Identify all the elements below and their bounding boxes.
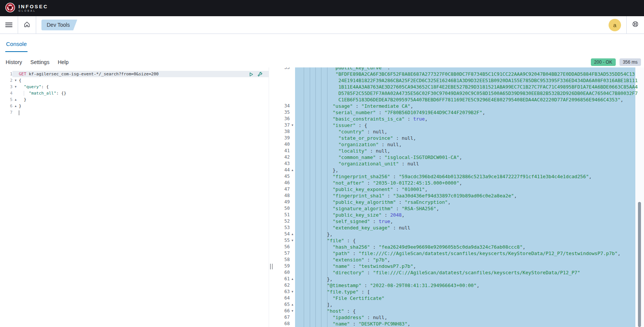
fold-toggle-icon[interactable]: ▾	[290, 237, 295, 244]
fold-gutter	[290, 321, 295, 327]
code-line: 46 "not_after" : "2035-10-01T22:45:15.00…	[274, 180, 635, 186]
fold-gutter	[290, 186, 295, 193]
fold-gutter	[290, 128, 295, 135]
code-line: 33 "public_key_curve" :	[274, 67, 635, 71]
response-scrollbar[interactable]	[638, 202, 641, 327]
code-text: D5785F2C55DE7F7A0A02A4735E56C02F30C97049…	[295, 90, 635, 96]
code-line: 51 "public_key_size" : 2048,	[274, 212, 635, 218]
fold-gutter	[12, 109, 19, 116]
fold-toggle-icon[interactable]: ▴	[12, 103, 19, 109]
resize-handle-icon[interactable]	[270, 264, 272, 269]
code-line: 36 "basic_constraints_is_ca" : true,	[274, 116, 635, 122]
help-ring-icon	[632, 21, 639, 29]
line-number: 36	[274, 116, 290, 122]
send-request-button[interactable]	[249, 72, 254, 79]
line-number: 43	[274, 160, 290, 167]
fold-toggle-icon[interactable]: ▾	[12, 84, 19, 90]
request-editor-pane[interactable]: 1GET kf-agilersec_com-isg-event-*/_searc…	[0, 67, 269, 327]
code-text: 1B11E4AA3A8763AE3D27605CA943652C18F4E2EB…	[295, 84, 635, 90]
code-line: 66▾ "host" : {	[274, 308, 635, 314]
response-pane[interactable]: 33 "public_key_curve" : "BFDFE89BA2CA6F3…	[274, 67, 644, 327]
code-line: 38 "country" : null,	[274, 128, 635, 135]
fold-gutter	[290, 84, 295, 90]
code-text: "extended_key_usage" : null	[295, 225, 635, 231]
code-text: "BFDFE89BA2CA6F3BC6F52F8A8E687A277327F0C…	[295, 71, 635, 77]
code-line: 4 "match_all": {}	[0, 90, 269, 96]
code-line: 53 "extended_key_usage" : null	[274, 225, 635, 231]
code-text: "not_after" : "2035-10-01T22:45:15.000+0…	[295, 180, 635, 186]
fold-gutter	[290, 96, 295, 103]
brand-line1: INFOSEC	[18, 4, 48, 9]
fold-gutter	[290, 257, 295, 263]
code-line: 7	[0, 109, 269, 116]
fold-gutter	[290, 244, 295, 250]
code-text: "serial_number" : "7F80B56D1074919E44D9C…	[295, 109, 635, 116]
menu-item-history[interactable]: History	[6, 59, 22, 65]
fold-gutter	[290, 180, 295, 186]
code-line: 47 "public_key_exponent" : "010001",	[274, 186, 635, 193]
code-text	[19, 109, 269, 116]
code-line: 39 "state_or_province" : null,	[274, 135, 635, 141]
code-text: },	[295, 167, 635, 173]
fold-toggle-icon[interactable]: ▴	[290, 276, 295, 282]
code-line: 58 "extension" : "p7b",	[274, 257, 635, 263]
fold-toggle-icon[interactable]: ▾	[290, 289, 295, 295]
fold-toggle-icon[interactable]: ▾	[290, 308, 295, 314]
code-text: }	[19, 103, 269, 109]
fold-toggle-icon[interactable]: ▴	[290, 231, 295, 237]
line-number: 4	[0, 90, 12, 96]
line-number: 55	[274, 237, 290, 244]
help-button[interactable]	[627, 16, 644, 34]
code-text: "public_key_curve" :	[295, 67, 635, 71]
code-text: "hash_sha256" : "fea26249d9ee96698e92096…	[295, 244, 635, 250]
line-number: 6	[0, 103, 12, 109]
code-text: "locality" : null,	[295, 148, 635, 154]
fold-gutter	[290, 103, 295, 109]
tab-console[interactable]: Console	[5, 41, 28, 52]
fold-toggle-icon[interactable]: ▴	[12, 96, 19, 103]
fold-gutter	[290, 90, 295, 96]
code-text: "match_all": {}	[19, 90, 269, 96]
line-number: 63	[274, 289, 290, 295]
code-text: "extension" : "p7b",	[295, 257, 635, 263]
line-number: 45	[274, 173, 290, 180]
code-line: 57 "path" : "file:///C://AgileScan/datat…	[274, 250, 635, 257]
code-text: "state_or_province" : null,	[295, 135, 635, 141]
breadcrumb-devtools[interactable]: Dev Tools	[41, 20, 77, 31]
code-text: "name" : "DESKTOP-PC9NH83",	[295, 321, 635, 327]
play-icon	[250, 73, 252, 76]
code-line: 65▴ ],	[274, 301, 635, 308]
fold-gutter	[290, 269, 295, 276]
devtools-app: INFOSEC GLOBAL Dev Tools a	[0, 0, 644, 327]
fold-gutter	[290, 193, 295, 199]
code-line: 1B11E4AA3A8763AE3D27605CA943652C18F4E2EB…	[274, 84, 635, 90]
menu-item-settings[interactable]: Settings	[31, 59, 50, 65]
request-options-button[interactable]	[257, 72, 263, 79]
line-number: 49	[274, 199, 290, 205]
user-menu-button[interactable]: a	[603, 16, 626, 34]
fold-gutter	[290, 205, 295, 212]
fold-gutter	[290, 160, 295, 167]
line-number: 35	[274, 109, 290, 116]
code-line: 48 "fingerprint_sha1" : "3aa30d436ef94d3…	[274, 193, 635, 199]
code-line: C1EB6F5183D6DEDEA7B2095975A407BEBD6FF781…	[274, 96, 635, 103]
line-number: 54	[274, 231, 290, 237]
fold-toggle-icon[interactable]: ▴	[290, 301, 295, 308]
code-text: "common_name" : "isglocal-ISGTORDCW001-C…	[295, 154, 635, 160]
fold-toggle-icon[interactable]: ▾	[12, 77, 19, 84]
nav-menu-button[interactable]	[0, 16, 18, 34]
fold-toggle-icon[interactable]: ▴	[290, 167, 295, 173]
code-text: "query": {	[19, 84, 269, 90]
code-line: 59 "name" : "testwindowsP7.p7b",	[274, 263, 635, 269]
code-line: 34 "usage" : "Intermediate CA",	[274, 103, 635, 109]
code-line: 56 "hash_sha256" : "fea26249d9ee96698e92…	[274, 244, 635, 250]
pane-divider[interactable]	[269, 67, 274, 327]
menu-item-help[interactable]: Help	[58, 59, 69, 65]
code-line: 43 "organizational_unit" : null	[274, 160, 635, 167]
text-cursor	[19, 110, 19, 115]
code-line: 68 "name" : "DESKTOP-PC9NH83",	[274, 321, 635, 327]
fold-toggle-icon[interactable]: ▾	[290, 122, 295, 128]
home-button[interactable]	[18, 16, 36, 34]
line-number: 64	[274, 295, 290, 301]
fold-gutter	[290, 135, 295, 141]
